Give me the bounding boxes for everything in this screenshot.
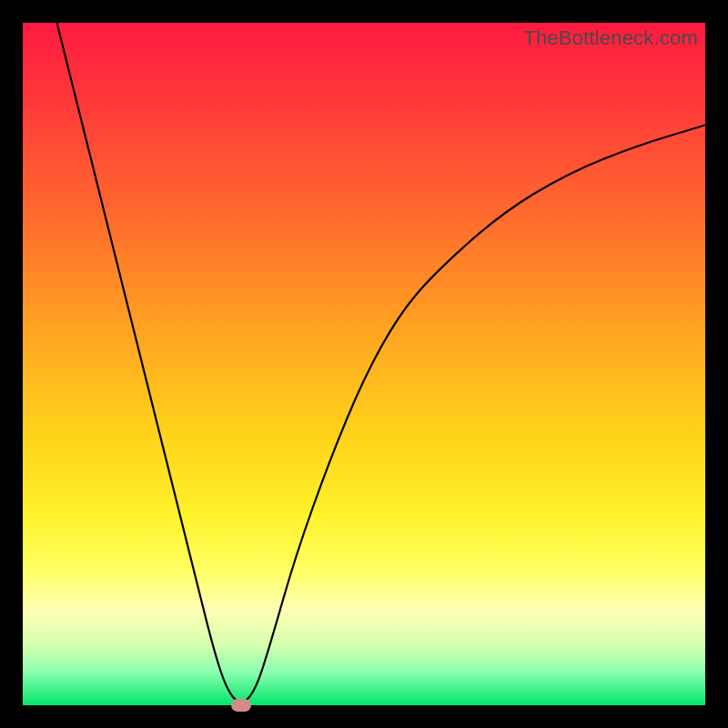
chart-frame: TheBottleneck.com <box>0 0 728 728</box>
plot-area: TheBottleneck.com <box>23 23 705 705</box>
curve-path <box>57 23 706 702</box>
bottleneck-curve <box>23 23 705 705</box>
optimum-marker <box>231 699 251 712</box>
